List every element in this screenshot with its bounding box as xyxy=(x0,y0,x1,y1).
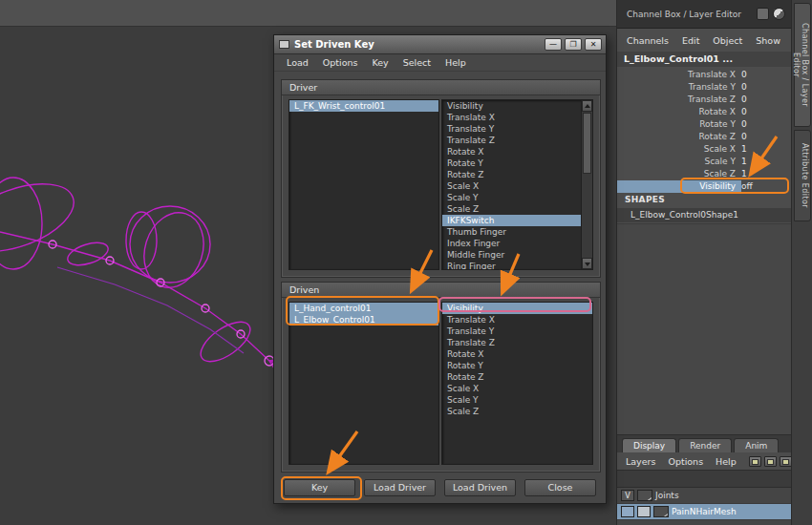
layer-type-icon[interactable] xyxy=(637,490,652,501)
tab-channel-box-layer-editor[interactable]: Channel Box / Layer Editor xyxy=(794,3,811,127)
channel-attr-label[interactable]: Scale Z xyxy=(617,168,741,180)
menu-object[interactable]: Object xyxy=(713,35,742,46)
driver-attribute-list[interactable]: Visibility Translate X Translate Y Trans… xyxy=(441,99,593,270)
driver-attr[interactable]: Scale Y xyxy=(442,192,581,203)
channel-attr-value[interactable]: 1 xyxy=(741,168,791,180)
display-toggle-icon[interactable] xyxy=(773,8,785,20)
dock-icon[interactable] xyxy=(757,8,769,20)
tab-display[interactable]: Display xyxy=(622,438,676,452)
minimize-button[interactable]: — xyxy=(545,38,562,51)
channel-attr-value[interactable]: 0 xyxy=(741,94,791,106)
driven-attr[interactable]: Translate Z xyxy=(442,337,592,348)
driver-group-label: Driver xyxy=(282,80,600,95)
selected-object-name[interactable]: L_Elbow_Control01 ... xyxy=(617,52,791,67)
menu-help[interactable]: Help xyxy=(716,456,737,467)
shape-node-name[interactable]: L_Elbow_Control0Shape1 xyxy=(617,208,791,222)
layer-color-swatch[interactable] xyxy=(637,506,651,517)
driven-object[interactable]: L_Hand_control01 xyxy=(289,303,438,314)
maximize-button[interactable]: ❐ xyxy=(565,38,582,51)
load-driver-button[interactable]: Load Driver xyxy=(364,479,436,496)
driver-attr[interactable]: Index Finger xyxy=(442,238,581,249)
driven-attr[interactable]: Rotate Y xyxy=(442,360,592,371)
driver-attr[interactable]: Visibility xyxy=(442,100,581,112)
driven-attr[interactable]: Scale X xyxy=(442,383,592,394)
layer-name[interactable]: Joints xyxy=(655,491,679,500)
dialog-menubar: Load Options Key Select Help xyxy=(274,54,606,72)
channel-attr-value[interactable]: 1 xyxy=(741,156,791,168)
key-button[interactable]: Key xyxy=(284,479,355,496)
menu-options[interactable]: Options xyxy=(668,456,703,467)
scroll-down-icon[interactable] xyxy=(582,258,592,269)
channel-attr-label[interactable]: Translate Y xyxy=(617,81,741,94)
driver-attr[interactable]: Middle Finger xyxy=(442,249,581,261)
driven-attr[interactable]: Scale Z xyxy=(442,406,592,417)
move-to-layer-icon[interactable] xyxy=(749,456,761,467)
menu-help[interactable]: Help xyxy=(445,57,466,68)
channel-attr-label[interactable]: Translate X xyxy=(617,69,741,81)
driver-attr[interactable]: Translate X xyxy=(442,112,581,123)
driven-object[interactable]: L_Elbow_Control01 xyxy=(289,314,438,326)
channel-row: Rotate Z0 xyxy=(617,131,791,143)
layer-row-painnhairmesh[interactable]: PainNHairMesh xyxy=(617,504,791,520)
close-button[interactable]: ✕ xyxy=(585,38,602,51)
channel-attr-label[interactable]: Scale X xyxy=(617,143,741,156)
driver-attr[interactable]: Scale X xyxy=(442,180,581,192)
channel-attr-value[interactable]: 0 xyxy=(741,131,791,143)
driver-attr[interactable]: Thumb Finger xyxy=(442,226,581,238)
driven-attr[interactable]: Scale Y xyxy=(442,394,592,406)
empty-layer-icon[interactable] xyxy=(764,456,777,467)
tab-attribute-editor[interactable]: Attribute Editor xyxy=(794,130,811,221)
channel-attr-label[interactable]: Rotate Y xyxy=(617,118,741,131)
new-layer-icon[interactable] xyxy=(780,456,792,467)
channel-attr-label[interactable]: Rotate Z xyxy=(617,131,741,143)
channel-attr-value[interactable]: 0 xyxy=(741,106,791,118)
layer-row-joints[interactable]: V Joints xyxy=(617,488,791,504)
driver-attr[interactable]: Rotate Z xyxy=(442,169,581,180)
tab-anim[interactable]: Anim xyxy=(734,438,779,452)
menu-channels[interactable]: Channels xyxy=(627,35,669,46)
menu-layers[interactable]: Layers xyxy=(626,456,655,467)
menu-options[interactable]: Options xyxy=(323,57,358,68)
driver-attr[interactable]: Scale Z xyxy=(442,203,581,215)
driver-object[interactable]: L_FK_Wrist_control01 xyxy=(289,100,438,112)
driven-attr[interactable]: Rotate Z xyxy=(442,371,592,383)
scroll-thumb[interactable] xyxy=(583,113,591,174)
driven-attribute-list[interactable]: Visibility Translate X Translate Y Trans… xyxy=(441,302,593,465)
close-button-bottom[interactable]: Close xyxy=(524,479,596,496)
driven-attr[interactable]: Translate Y xyxy=(442,326,592,337)
layer-name[interactable]: PainNHairMesh xyxy=(672,507,737,516)
channel-attr-value[interactable]: 0 xyxy=(741,69,791,81)
channel-attr-value[interactable]: 0 xyxy=(741,81,791,94)
channel-attr-label[interactable]: Translate Z xyxy=(617,94,741,106)
menu-select[interactable]: Select xyxy=(403,57,431,68)
driven-attr[interactable]: Rotate X xyxy=(442,348,592,360)
menu-edit[interactable]: Edit xyxy=(682,35,699,46)
channel-attr-value[interactable]: 1 xyxy=(741,143,791,156)
channel-attr-label[interactable]: Visibility xyxy=(617,180,741,193)
menu-key[interactable]: Key xyxy=(372,57,388,68)
layer-type-icon[interactable] xyxy=(653,506,669,517)
load-driven-button[interactable]: Load Driven xyxy=(444,479,516,496)
driver-attr[interactable]: Translate Z xyxy=(442,135,581,146)
driven-attr-selected[interactable]: Visibility xyxy=(442,303,592,314)
dialog-titlebar[interactable]: Set Driven Key — ❐ ✕ xyxy=(274,35,606,54)
layer-visibility-toggle[interactable] xyxy=(621,506,634,517)
scrollbar[interactable] xyxy=(581,100,592,269)
driver-attr-selected[interactable]: IKFKSwitch xyxy=(442,215,581,226)
tab-render[interactable]: Render xyxy=(678,438,732,452)
driver-attr[interactable]: Translate Y xyxy=(442,123,581,135)
menu-show[interactable]: Show xyxy=(756,35,780,46)
driver-attr[interactable]: Rotate X xyxy=(442,146,581,158)
channel-attr-value[interactable]: 0 xyxy=(741,118,791,131)
driven-attr[interactable]: Translate X xyxy=(442,314,592,326)
scroll-up-icon[interactable] xyxy=(582,100,592,112)
driver-attr[interactable]: Rotate Y xyxy=(442,158,581,169)
driver-attr[interactable]: Ring Finger xyxy=(442,261,581,270)
channel-attr-value[interactable]: off xyxy=(741,180,791,193)
channel-attr-label[interactable]: Rotate X xyxy=(617,106,741,118)
layer-visibility-toggle[interactable]: V xyxy=(621,490,634,501)
menu-load[interactable]: Load xyxy=(287,57,309,68)
driven-object-list[interactable]: L_Hand_control01 L_Elbow_Control01 xyxy=(288,302,439,465)
driver-object-list[interactable]: L_FK_Wrist_control01 xyxy=(288,99,439,270)
channel-attr-label[interactable]: Scale Y xyxy=(617,156,741,168)
